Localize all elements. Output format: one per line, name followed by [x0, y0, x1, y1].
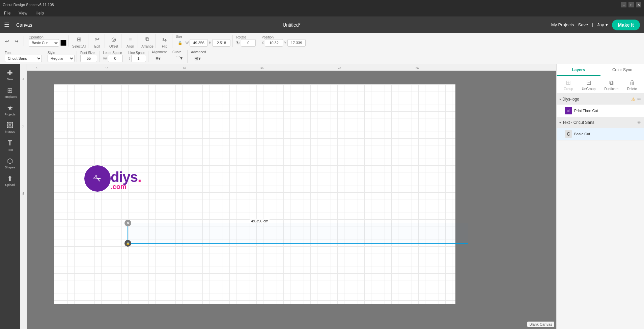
group-button[interactable]: ⊞ Group: [564, 79, 573, 91]
lock-handle[interactable]: 🔒: [124, 240, 131, 247]
selection-box: ✕ Cricut Bundles to Buy So You Can Start…: [128, 223, 468, 244]
diys-com-text: .com: [111, 183, 141, 191]
curve-label: Curve: [172, 50, 181, 54]
layers-list: ▾ Diys-logo ⚠ 👁 d Print Then Cut ▾ Text …: [557, 94, 644, 329]
layer-item-diys-label: Print Then Cut: [574, 109, 641, 113]
font-size-section: Font Size: [78, 51, 100, 62]
eye-icon-group1[interactable]: 👁: [637, 97, 641, 102]
redo-button[interactable]: ↪: [12, 37, 21, 46]
sidebar-item-images[interactable]: 🖼 Images: [1, 119, 19, 135]
rotate-input[interactable]: [241, 39, 256, 47]
delete-handle[interactable]: ✕: [124, 220, 131, 226]
arrange-section: ⧉ Arrange: [139, 34, 156, 48]
flip-button[interactable]: ⇆: [159, 34, 170, 45]
canvas-white[interactable]: ✂ diys. .com 49.356 cm: [54, 84, 455, 304]
ruler-mark-50: 50: [416, 67, 419, 70]
operation-select[interactable]: Basic Cut: [29, 39, 59, 47]
menu-view[interactable]: View: [17, 10, 29, 16]
height-label: H: [209, 41, 211, 45]
letter-space-input[interactable]: [108, 55, 123, 62]
app-name: Cricut Design Space v6.11.108: [3, 3, 54, 7]
color-swatch[interactable]: [60, 40, 66, 46]
eye-icon-group2[interactable]: 👁: [637, 120, 641, 125]
y-label: Y: [284, 41, 286, 45]
sidebar-item-templates[interactable]: ⊞ Templates: [1, 84, 19, 101]
tab-layers[interactable]: Layers: [557, 64, 600, 76]
sidebar-item-shapes[interactable]: ⬡ Shapes: [1, 155, 19, 171]
edit-label: Edit: [94, 45, 100, 48]
offset-button[interactable]: ◎: [108, 34, 119, 45]
sidebar-item-upload[interactable]: ⬆ Upload: [1, 172, 19, 189]
diys-text-group: diys. .com: [111, 170, 141, 191]
menu-bar: File View Help: [0, 9, 644, 17]
ruler-top: 0 10 20 30 40 50: [27, 64, 556, 71]
lock-aspect-button[interactable]: 🔒: [176, 38, 185, 47]
make-it-button[interactable]: Make It: [612, 20, 640, 30]
operation-section: Operation Basic Cut: [27, 35, 69, 47]
curve-button[interactable]: ⌒▾: [172, 54, 185, 63]
blank-canvas-label: Blank Canvas: [527, 322, 554, 327]
alignment-button[interactable]: ≡▾: [152, 54, 165, 63]
diys-logo[interactable]: ✂ diys. .com: [84, 165, 111, 192]
y-input[interactable]: [287, 39, 306, 47]
title-bar: Cricut Design Space v6.11.108 – □ ✕: [0, 0, 644, 9]
layer-item-diys-icon: d: [565, 107, 572, 114]
menu-file[interactable]: File: [3, 10, 12, 16]
layer-item-basic-cut[interactable]: C Basic Cut: [557, 128, 644, 140]
layer-item-c-icon: C: [565, 130, 572, 138]
canvas-area[interactable]: 0 10 20 30 40 50 0 10 20 ✂: [20, 64, 556, 329]
user-chevron-icon: ▾: [606, 22, 608, 27]
ruler-left-mark-0: 0: [22, 77, 25, 82]
align-button[interactable]: ≡: [125, 34, 136, 45]
advanced-button[interactable]: ⊞▾: [191, 54, 204, 63]
chevron-down-icon-2: ▾: [559, 121, 561, 125]
user-menu[interactable]: Joy ▾: [597, 22, 608, 27]
canvas-background[interactable]: ✂ diys. .com 49.356 cm: [27, 71, 556, 329]
line-space-input[interactable]: [131, 55, 146, 62]
position-label: Position: [261, 35, 274, 39]
separator: |: [592, 23, 593, 27]
sidebar-item-text[interactable]: T Text: [1, 137, 19, 154]
user-name-label: Joy: [597, 22, 604, 27]
layer-item-print-then-cut[interactable]: d Print Then Cut: [557, 105, 644, 117]
select-all-button[interactable]: ⊞: [74, 34, 85, 45]
layer-group-diys-header[interactable]: ▾ Diys-logo ⚠ 👁: [557, 94, 644, 105]
sidebar-images-label: Images: [5, 130, 15, 133]
layer-group-text: ▾ Text - Cricut Sans 👁 C Basic Cut: [557, 117, 644, 140]
alignment-label: Alignment: [152, 50, 167, 54]
minimize-button[interactable]: –: [621, 2, 626, 7]
canvas-label: Canvas: [16, 22, 32, 28]
ungroup-button[interactable]: ⊟ UnGroup: [582, 79, 596, 91]
hamburger-menu[interactable]: ☰: [4, 21, 9, 29]
layer-group-text-icons: 👁: [637, 120, 641, 125]
height-input[interactable]: [212, 39, 230, 47]
style-label: Style: [48, 51, 55, 55]
font-size-input[interactable]: [80, 55, 97, 62]
font-select[interactable]: Cricut Sans: [5, 55, 42, 62]
letter-space-label: Letter Space: [103, 51, 122, 55]
close-button[interactable]: ✕: [636, 2, 641, 7]
x-input[interactable]: [265, 39, 283, 47]
menu-help[interactable]: Help: [34, 10, 45, 16]
sidebar-projects-label: Projects: [4, 113, 16, 116]
tab-color-sync[interactable]: Color Sync: [600, 64, 644, 76]
sidebar-item-new[interactable]: ✚ New: [1, 67, 19, 83]
maximize-button[interactable]: □: [628, 2, 634, 7]
left-sidebar: ✚ New ⊞ Templates ★ Projects 🖼 Images T …: [0, 64, 20, 329]
main-layout: ✚ New ⊞ Templates ★ Projects 🖼 Images T …: [0, 64, 644, 329]
edit-button[interactable]: ✂: [92, 34, 103, 45]
delete-icon: 🗑: [629, 79, 635, 86]
duplicate-button[interactable]: ⧉ Duplicate: [604, 79, 618, 91]
width-input[interactable]: [190, 39, 208, 47]
delete-button[interactable]: 🗑 Delete: [627, 79, 637, 91]
save-button[interactable]: Save: [578, 22, 588, 27]
arrange-button[interactable]: ⧉: [142, 34, 153, 45]
edit-section: ✂ Edit: [90, 34, 105, 48]
rotate-label: Rotate: [236, 35, 246, 39]
style-select[interactable]: Regular: [48, 55, 75, 62]
text-selection-container[interactable]: ✕ Cricut Bundles to Buy So You Can Start…: [128, 223, 468, 244]
layer-group-text-header[interactable]: ▾ Text - Cricut Sans 👁: [557, 117, 644, 128]
my-projects-button[interactable]: My Projects: [551, 22, 574, 27]
undo-button[interactable]: ↩: [3, 37, 11, 46]
sidebar-item-projects[interactable]: ★ Projects: [1, 102, 19, 118]
